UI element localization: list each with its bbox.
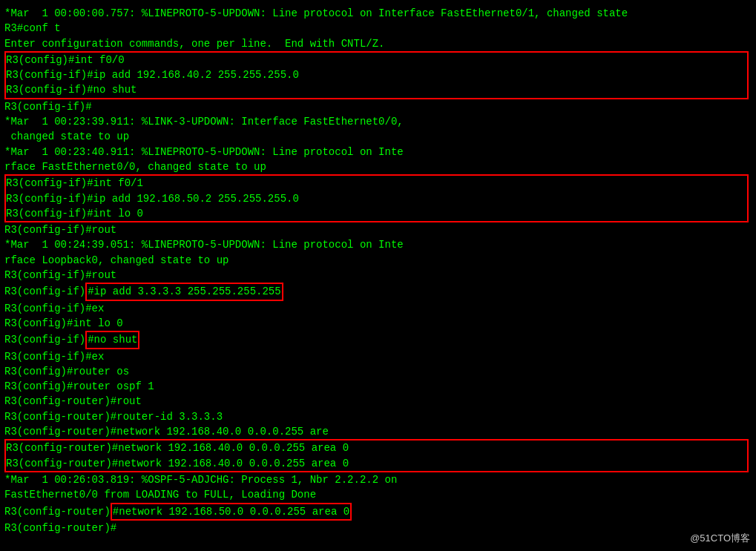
line-6: R3(config-if)#no shut <box>6 82 747 97</box>
line-31: *Mar 1 00:26:03.819: %OSPF-5-ADJCHG: Pro… <box>4 472 752 487</box>
line-20: R3(config-if)#ex <box>4 301 752 316</box>
line-18: R3(config-if)#rout <box>4 268 752 283</box>
line-21: R3(config)#int lo 0 <box>4 316 752 331</box>
line-24: R3(config)#router os <box>4 364 752 379</box>
line-2: R3#conf t <box>4 21 752 36</box>
watermark: @51CTO博客 <box>690 532 750 545</box>
line-8: *Mar 1 00:23:39.911: %LINK-3-UPDOWN: Int… <box>4 114 752 129</box>
terminal-window: *Mar 1 00:00:00.757: %LINEPROTO-5-UPDOWN… <box>0 0 756 551</box>
line-29: R3(config-router)#network 192.168.40.0 0… <box>6 441 747 455</box>
line-27: R3(config-router)#router-id 3.3.3.3 <box>4 409 752 424</box>
line-33-prefix: R3(config-router) <box>4 504 111 519</box>
line-30: R3(config-router)#network 192.168.40.0 0… <box>6 456 747 471</box>
line-19-highlight: #ip add 3.3.3.3 255.255.255.255 <box>85 283 283 300</box>
line-32: FastEthernet0/0 from LOADING to FULL, Lo… <box>4 487 752 502</box>
line-11: rface FastEthernet0/0, changed state to … <box>4 159 752 174</box>
line-12: R3(config-if)#int f0/1 <box>6 176 747 191</box>
line-17: rface Loopback0, changed state to up <box>4 253 752 268</box>
line-9: changed state to up <box>4 129 752 144</box>
line-28: R3(config-router)#network 192.168.40.0 0… <box>4 424 752 439</box>
line-34: R3(config-router)# <box>4 521 752 535</box>
line-3: Enter configuration commands, one per li… <box>4 36 752 51</box>
line-15: R3(config-if)#rout <box>4 222 752 237</box>
line-4: R3(config)#int f0/0 <box>6 53 747 67</box>
line-13: R3(config-if)#ip add 192.168.50.2 255.25… <box>6 191 747 206</box>
terminal-content: *Mar 1 00:00:00.757: %LINEPROTO-5-UPDOWN… <box>4 6 752 535</box>
line-26: R3(config-router)#rout <box>4 394 752 409</box>
line-10: *Mar 1 00:23:40.911: %LINEPROTO-5-UPDOWN… <box>4 145 752 159</box>
line-22-highlight: #no shut <box>85 331 139 349</box>
line-19-prefix: R3(config-if) <box>4 284 85 299</box>
line-23: R3(config-if)#ex <box>4 349 752 364</box>
line-22-prefix: R3(config-if) <box>4 332 85 347</box>
line-1: *Mar 1 00:00:00.757: %LINEPROTO-5-UPDOWN… <box>4 6 752 21</box>
line-14: R3(config-if)#int lo 0 <box>6 206 747 221</box>
line-7: R3(config-if)# <box>4 99 752 114</box>
line-25: R3(config)#router ospf 1 <box>4 379 752 394</box>
line-33-highlight: #network 192.168.50.0 0.0.0.255 area 0 <box>111 503 352 521</box>
line-16: *Mar 1 00:24:39.051: %LINEPROTO-5-UPDOWN… <box>4 237 752 252</box>
line-5: R3(config-if)#ip add 192.168.40.2 255.25… <box>6 67 747 82</box>
